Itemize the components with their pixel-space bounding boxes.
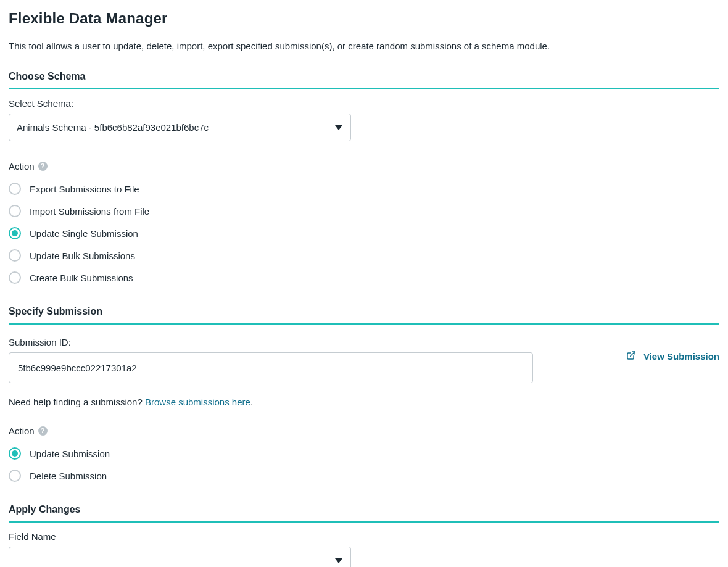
select-schema-value: Animals Schema - 5fb6c6b82af93e021bf6bc7… [17,122,209,133]
section-heading-apply-changes: Apply Changes [9,504,719,518]
radio-delete-submission[interactable]: Delete Submission [9,465,719,487]
radio-label: Delete Submission [30,471,107,481]
select-schema-label: Select Schema: [9,98,719,109]
radio-label: Export Submissions to File [30,184,139,194]
radio-icon [9,205,21,217]
action-radio-group: Export Submissions to File Import Submis… [9,178,719,289]
find-submission-hint: Need help finding a submission? Browse s… [9,397,719,407]
radio-icon [9,470,21,482]
radio-icon [9,227,21,239]
section-rule [9,88,719,89]
section-heading-specify-submission: Specify Submission [9,306,719,320]
field-name-label: Field Name [9,531,719,542]
radio-update-single-submission[interactable]: Update Single Submission [9,222,719,244]
hint-prefix: Need help finding a submission? [9,397,145,407]
radio-import-submissions[interactable]: Import Submissions from File [9,200,719,222]
radio-icon [9,183,21,195]
external-link-icon [626,350,636,362]
action-label-2-text: Action [9,426,35,436]
view-submission-label: View Submission [643,351,719,362]
page-title: Flexible Data Manager [9,10,719,27]
view-submission-link[interactable]: View Submission [626,350,719,362]
radio-create-bulk-submissions[interactable]: Create Bulk Submissions [9,267,719,289]
help-icon[interactable]: ? [38,162,48,171]
radio-label: Update Bulk Submissions [30,250,135,261]
radio-label: Update Submission [30,449,110,459]
submission-id-input[interactable] [9,352,533,383]
action-label: Action ? [9,161,719,172]
radio-label: Import Submissions from File [30,206,149,217]
svg-line-1 [631,352,635,356]
field-name-dropdown[interactable] [9,547,351,567]
hint-suffix: . [250,397,253,407]
section-heading-choose-schema: Choose Schema [9,71,719,85]
browse-submissions-link[interactable]: Browse submissions here [145,397,250,407]
submission-id-label: Submission ID: [9,337,533,347]
submission-action-radio-group: Update Submission Delete Submission [9,442,719,487]
action-label-text: Action [9,161,35,172]
radio-icon [9,447,21,460]
page-intro: This tool allows a user to update, delet… [9,41,719,51]
radio-icon [9,271,21,284]
select-schema-dropdown[interactable]: Animals Schema - 5fb6c6b82af93e021bf6bc7… [9,114,351,141]
radio-update-submission[interactable]: Update Submission [9,442,719,465]
action-label-2: Action ? [9,426,719,436]
radio-label: Create Bulk Submissions [30,273,133,283]
section-rule [9,323,719,325]
help-icon[interactable]: ? [38,426,48,436]
radio-update-bulk-submissions[interactable]: Update Bulk Submissions [9,244,719,267]
radio-label: Update Single Submission [30,228,138,239]
radio-icon [9,249,21,262]
section-rule [9,521,719,523]
radio-export-submissions[interactable]: Export Submissions to File [9,178,719,200]
